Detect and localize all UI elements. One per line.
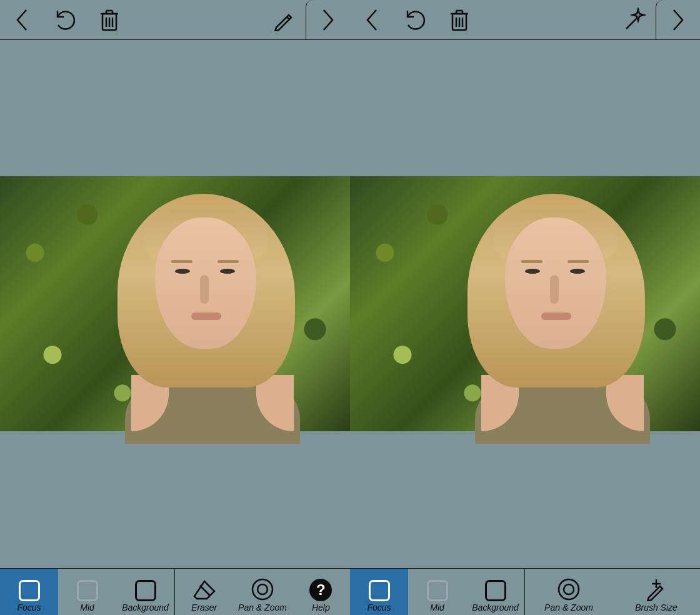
square-icon <box>135 580 156 601</box>
canvas-area[interactable] <box>0 40 350 568</box>
top-toolbar <box>350 0 700 40</box>
tool-label: Eraser <box>191 602 217 612</box>
tool-brush-size[interactable]: Brush Size <box>612 569 700 615</box>
chevron-right-icon <box>670 8 686 32</box>
square-icon <box>369 580 390 601</box>
photo <box>0 176 350 431</box>
eraser-icon <box>192 579 217 601</box>
magic-wand-button[interactable] <box>612 0 656 40</box>
chevron-right-icon <box>320 8 336 32</box>
undo-button[interactable] <box>394 0 438 40</box>
svg-point-11 <box>258 584 268 594</box>
target-icon <box>251 578 274 601</box>
tool-background[interactable]: Background <box>466 569 524 615</box>
undo-icon <box>53 8 78 32</box>
delete-button[interactable] <box>88 0 131 40</box>
square-icon <box>77 580 98 601</box>
svg-line-8 <box>287 17 289 19</box>
back-button[interactable] <box>0 0 44 40</box>
tool-eraser[interactable]: Eraser <box>175 569 233 615</box>
svg-line-9 <box>200 586 210 596</box>
bottom-toolbar: Focus Mid Background Pan & Zoom Brush Si… <box>350 568 700 615</box>
top-toolbar <box>0 0 350 40</box>
tool-label: Mid <box>430 602 444 612</box>
pencil-icon <box>272 9 295 31</box>
tool-help[interactable]: ? Help <box>292 569 350 615</box>
square-icon <box>427 580 448 601</box>
tool-label: Brush Size <box>635 602 678 612</box>
edit-button[interactable] <box>262 0 306 40</box>
tool-background[interactable]: Background <box>116 569 174 615</box>
help-icon: ? <box>309 579 332 601</box>
delete-button[interactable] <box>438 0 481 40</box>
tool-mid[interactable]: Mid <box>408 569 466 615</box>
back-button[interactable] <box>350 0 394 40</box>
tool-pan-zoom[interactable]: Pan & Zoom <box>233 569 291 615</box>
tool-label: Pan & Zoom <box>238 602 287 612</box>
brush-size-icon <box>644 578 669 601</box>
bottom-toolbar: Focus Mid Background Eraser Pan & Zoom <box>0 568 350 615</box>
tool-label: Help <box>312 602 330 612</box>
canvas-area[interactable] <box>350 40 700 568</box>
tool-focus[interactable]: Focus <box>350 569 408 615</box>
app-left: Focus Mid Background Eraser Pan & Zoom <box>0 0 350 615</box>
svg-point-21 <box>559 579 579 599</box>
tool-label: Mid <box>80 602 94 612</box>
magic-wand-icon <box>621 8 646 32</box>
app-right: Focus Mid Background Pan & Zoom Brush Si… <box>350 0 700 615</box>
square-icon <box>485 580 506 601</box>
svg-line-20 <box>626 18 638 29</box>
photo <box>350 176 700 431</box>
undo-button[interactable] <box>44 0 88 40</box>
undo-icon <box>403 8 428 32</box>
tool-label: Background <box>122 602 169 612</box>
trash-icon <box>99 8 120 32</box>
tool-mid[interactable]: Mid <box>58 569 116 615</box>
trash-icon <box>449 8 470 32</box>
target-icon <box>557 578 581 601</box>
next-button[interactable] <box>656 0 700 40</box>
chevron-left-icon <box>364 8 380 32</box>
tool-label: Focus <box>367 602 391 612</box>
square-icon <box>19 580 40 601</box>
tool-label: Focus <box>17 602 41 612</box>
next-button[interactable] <box>306 0 350 40</box>
tool-label: Background <box>472 602 519 612</box>
svg-point-10 <box>252 579 272 599</box>
tool-label: Pan & Zoom <box>544 602 593 612</box>
tool-focus[interactable]: Focus <box>0 569 58 615</box>
tool-pan-zoom[interactable]: Pan & Zoom <box>525 569 612 615</box>
chevron-left-icon <box>14 8 30 32</box>
svg-point-22 <box>564 584 574 594</box>
